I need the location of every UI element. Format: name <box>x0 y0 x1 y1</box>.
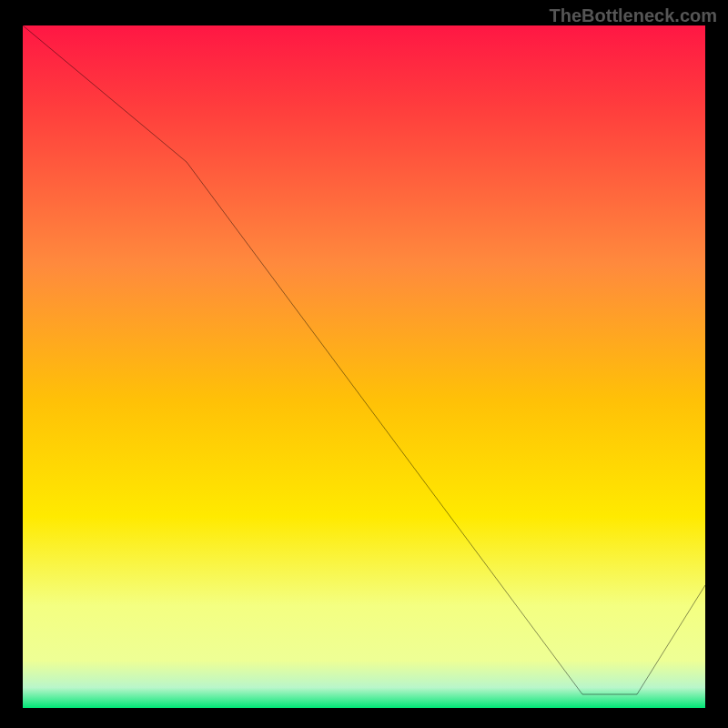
heat-gradient <box>23 25 705 708</box>
chart-frame: TheBottleneck.com <box>0 0 728 728</box>
watermark-label: TheBottleneck.com <box>550 5 717 26</box>
bottleneck-chart <box>23 25 705 708</box>
